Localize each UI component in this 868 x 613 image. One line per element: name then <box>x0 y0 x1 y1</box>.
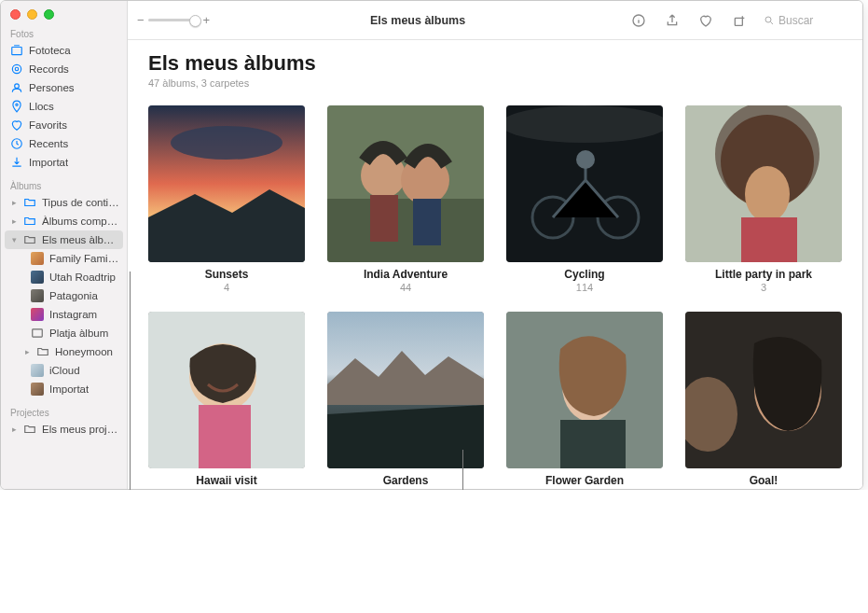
folder-icon <box>23 233 36 246</box>
album-count: 4 <box>148 282 305 293</box>
album-count: 3 <box>685 282 842 293</box>
album-item[interactable]: Flower Garden 8 <box>506 312 663 489</box>
svg-point-21 <box>576 150 595 169</box>
sidebar-item-llocs[interactable]: Llocs <box>1 97 127 116</box>
sidebar-item-records[interactable]: Records <box>1 60 127 78</box>
album-count: 44 <box>327 282 484 293</box>
fullscreen-window-button[interactable] <box>44 9 54 20</box>
album-title: Gardens <box>327 474 484 487</box>
info-button[interactable] <box>626 10 652 31</box>
toolbar-title: Els meus àlbums <box>370 14 465 27</box>
svg-point-4 <box>16 104 18 105</box>
chevron-right-icon[interactable]: ▸ <box>10 216 18 226</box>
album-thumbnail <box>506 312 663 468</box>
album-title: Sunsets <box>148 268 305 281</box>
sidebar-item-els-meus-albums[interactable]: ▾ Els meus àlbums <box>5 230 123 249</box>
album-thumbnail <box>506 105 663 262</box>
svg-point-9 <box>765 17 771 22</box>
svg-rect-27 <box>741 217 797 262</box>
close-window-button[interactable] <box>10 9 21 20</box>
favorite-button[interactable] <box>693 10 719 31</box>
sidebar-item-persones[interactable]: Persones <box>1 78 127 97</box>
sidebar-section-fotos: Fotos <box>1 25 127 41</box>
album-item[interactable]: India Adventure 44 <box>327 105 484 293</box>
zoom-in-icon[interactable]: + <box>203 13 211 27</box>
album-thumbnail <box>685 105 842 262</box>
minimize-window-button[interactable] <box>27 9 37 20</box>
sidebar-item-tipus-contingut[interactable]: ▸ Tipus de contingut <box>1 193 127 212</box>
album-item[interactable]: Goal! 12 <box>685 312 842 489</box>
memories-icon <box>10 63 23 76</box>
album-item[interactable]: Little party in park 3 <box>685 105 842 293</box>
sidebar-item-albums-compartits[interactable]: ▸ Àlbums compartits <box>1 212 127 230</box>
album-title: Cycling <box>506 268 663 281</box>
sidebar-item-els-meus-projectes[interactable]: ▸ Els meus projectes <box>1 420 127 439</box>
import-icon <box>10 156 23 169</box>
album-title: Flower Garden <box>506 474 663 487</box>
svg-point-2 <box>15 67 19 71</box>
album-thumbnail <box>148 105 305 262</box>
svg-point-22 <box>506 105 663 143</box>
svg-point-11 <box>171 126 282 160</box>
page-subtitle: 47 àlbums, 3 carpetes <box>148 77 842 89</box>
album-thumbnail <box>327 312 484 468</box>
svg-point-3 <box>15 84 20 89</box>
sidebar-item-platja-album[interactable]: Platja àlbum <box>1 324 127 342</box>
sidebar-item-importat-album[interactable]: Importat <box>1 380 127 398</box>
zoom-slider[interactable] <box>148 19 200 21</box>
page-title: Els meus àlbums <box>148 51 842 76</box>
album-title: India Adventure <box>327 268 484 281</box>
svg-rect-30 <box>199 405 251 468</box>
album-thumbnail-icon <box>31 252 44 265</box>
svg-point-26 <box>745 166 790 222</box>
album-item[interactable]: Hawaii visit 2 <box>148 312 305 489</box>
sidebar: Fotos Fototeca Records Persones Llocs <box>1 1 128 489</box>
album-thumbnail <box>685 312 842 468</box>
sidebar-item-favorits[interactable]: Favorits <box>1 116 127 134</box>
zoom-out-icon[interactable]: − <box>137 13 145 27</box>
sidebar-item-utah-roadtrip[interactable]: Utah Roadtrip <box>1 268 127 286</box>
chevron-right-icon[interactable]: ▸ <box>23 347 31 356</box>
window-controls <box>1 1 127 25</box>
chevron-down-icon[interactable]: ▾ <box>10 235 18 244</box>
toolbar: − + Els meus àlbums Buscar <box>128 1 862 40</box>
zoom-control[interactable]: − + <box>137 13 210 27</box>
album-count: 8 <box>506 488 663 489</box>
album-item[interactable]: Sunsets 4 <box>148 105 305 293</box>
sidebar-item-family[interactable]: Family Family… <box>1 249 127 268</box>
album-count: 2 <box>148 488 305 489</box>
sidebar-section-projectes: Projectes <box>1 404 127 420</box>
album-thumbnail <box>327 105 484 262</box>
search-placeholder: Buscar <box>778 14 813 27</box>
svg-rect-0 <box>12 48 22 55</box>
content-area: Els meus àlbums 47 àlbums, 3 carpetes Su… <box>128 40 862 489</box>
sidebar-item-importat[interactable]: Importat <box>1 153 127 172</box>
search-field[interactable]: Buscar <box>760 12 853 29</box>
folder-icon <box>23 196 36 209</box>
sidebar-item-recents[interactable]: Recents <box>1 134 127 153</box>
album-icon <box>31 327 44 340</box>
chevron-right-icon[interactable]: ▸ <box>10 198 18 207</box>
album-item[interactable]: Gardens 24 <box>327 312 484 489</box>
callout-leader-line <box>130 272 131 490</box>
sidebar-item-instagram[interactable]: Instagram <box>1 305 127 324</box>
album-item[interactable]: Cycling 114 <box>506 105 663 293</box>
album-thumbnail-icon <box>31 383 44 396</box>
share-button[interactable] <box>659 10 685 31</box>
search-icon <box>764 15 775 26</box>
svg-rect-34 <box>560 420 626 468</box>
shared-folder-icon <box>23 215 36 228</box>
svg-rect-16 <box>370 195 398 242</box>
people-icon <box>10 81 23 94</box>
sidebar-item-patagonia[interactable]: Patagonia <box>1 286 127 305</box>
sidebar-item-icloud[interactable]: iCloud <box>1 361 127 380</box>
chevron-right-icon[interactable]: ▸ <box>10 425 18 434</box>
sidebar-item-honeymoon[interactable]: ▸ Honeymoon <box>1 342 127 361</box>
callout-leader-line <box>462 450 463 490</box>
album-grid: Sunsets 4 <box>148 105 842 489</box>
album-thumbnail-icon <box>31 308 44 321</box>
rotate-button[interactable] <box>726 10 752 31</box>
sidebar-item-fototeca[interactable]: Fototeca <box>1 41 127 60</box>
clock-icon <box>10 137 23 150</box>
svg-point-1 <box>12 64 21 73</box>
